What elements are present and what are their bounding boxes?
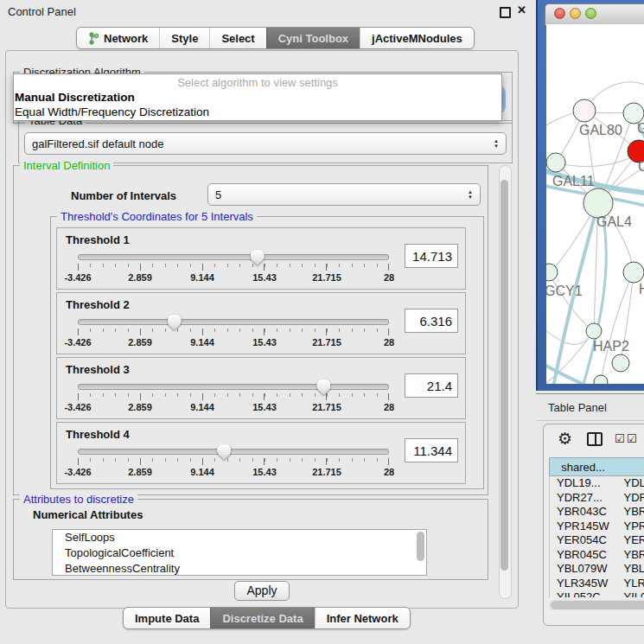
threshold-2-slider[interactable]: -3.426 2.859 9.144 15.43 21.715 28 bbox=[78, 316, 389, 348]
zoom-traffic-light[interactable] bbox=[585, 8, 596, 19]
slider-thumb[interactable] bbox=[217, 444, 231, 460]
apply-button[interactable]: Apply bbox=[234, 581, 290, 601]
interval-definition-group-title: Interval Definition bbox=[20, 159, 113, 172]
table-row[interactable]: YLR345WYLR3... bbox=[550, 577, 644, 591]
minimize-traffic-light[interactable] bbox=[570, 8, 581, 19]
columns-icon[interactable] bbox=[587, 432, 603, 446]
table-horizontal-scrollbar-thumb[interactable] bbox=[551, 601, 644, 609]
numerical-attributes-label: Numerical Attributes bbox=[33, 508, 143, 521]
node-gal11[interactable] bbox=[546, 153, 565, 172]
list-item-selfloops[interactable]: SelfLoops bbox=[53, 530, 426, 545]
threshold-1-value-field[interactable]: 14.713 bbox=[405, 244, 458, 268]
column-header-name[interactable]: n... bbox=[616, 457, 644, 476]
table-row[interactable]: YDR27...YDR2... bbox=[550, 491, 644, 506]
table-rows: YDL19...YDL1... YDR27...YDR2... YBR043CY… bbox=[549, 476, 644, 597]
network-window-titlebar bbox=[545, 3, 644, 26]
table-row[interactable]: YDL19...YDL1... bbox=[550, 476, 644, 491]
close-traffic-light[interactable] bbox=[554, 8, 565, 19]
label-gal4: GAL4 bbox=[596, 214, 632, 229]
label-gal11: GAL11 bbox=[552, 174, 595, 188]
close-icon[interactable]: ✕ bbox=[517, 3, 526, 16]
slider-ticks bbox=[78, 264, 389, 271]
threshold-2-value-field[interactable]: 6.316 bbox=[405, 309, 458, 333]
number-of-intervals-combobox[interactable]: 5 ▲▼ bbox=[207, 183, 481, 206]
thresholds-group: Threshold's Coordinates for 5 Intervals … bbox=[50, 216, 484, 489]
node-hap2[interactable] bbox=[586, 323, 602, 339]
control-panel-tabs: Network Style Select Cyni Toolbox jActiv… bbox=[76, 27, 475, 49]
threshold-1-slider[interactable]: -3.426 2.859 9.144 15.43 21.715 28 bbox=[78, 251, 389, 284]
table-row[interactable]: YBR043CYBR0... bbox=[550, 505, 644, 520]
list-item-betweennesscentrality[interactable]: BetweennessCentrality bbox=[53, 561, 426, 576]
attributes-group: Attributes to discretize Numerical Attri… bbox=[13, 499, 488, 580]
panel-scrollbar-thumb[interactable] bbox=[501, 180, 508, 571]
tab-cyni-toolbox[interactable]: Cyni Toolbox bbox=[266, 28, 360, 48]
threshold-3-label: Threshold 3 bbox=[66, 363, 130, 376]
table-data-combobox[interactable]: galFiltered.sif default node ▲▼ bbox=[24, 132, 507, 155]
float-window-icon[interactable] bbox=[500, 7, 511, 18]
slider-scale: -3.426 2.859 9.144 15.43 21.715 28 bbox=[78, 337, 389, 348]
threshold-4-slider[interactable]: -3.426 2.859 9.144 15.43 21.715 28 bbox=[78, 445, 389, 478]
table-row[interactable]: YIL052CYIL0... bbox=[550, 590, 644, 597]
node-table: shared... n... YDL19...YDL1... YDR27...Y… bbox=[549, 457, 644, 597]
screen: Control Panel ✕ Network Style Select Cyn… bbox=[0, 0, 644, 644]
slider-track bbox=[78, 384, 389, 390]
network-view-window[interactable]: GAL80 G C GAL11 GAL4 GCY1 H HAP2 bbox=[536, 0, 644, 391]
cyni-toolbox-panel: Discretization Algorithm ▲▼ Select algor… bbox=[5, 50, 519, 609]
threshold-4-label: Threshold 4 bbox=[66, 428, 130, 441]
threshold-3-slider[interactable]: -3.426 2.859 9.144 15.43 21.715 28 bbox=[78, 380, 389, 413]
tab-style[interactable]: Style bbox=[159, 28, 209, 48]
tab-discretize-data[interactable]: Discretize Data bbox=[210, 608, 314, 628]
slider-scale: -3.426 2.859 9.144 15.43 21.715 28 bbox=[78, 272, 389, 283]
number-of-intervals-label: Number of Intervals bbox=[71, 189, 176, 202]
number-of-intervals-value: 5 bbox=[215, 188, 221, 201]
attributes-group-title: Attributes to discretize bbox=[20, 493, 137, 506]
slider-thumb[interactable] bbox=[168, 315, 182, 330]
tab-select[interactable]: Select bbox=[209, 28, 265, 48]
tab-network[interactable]: Network bbox=[77, 28, 159, 48]
node-gal4[interactable] bbox=[583, 188, 613, 218]
label-c-partial: C bbox=[638, 159, 644, 174]
table-horizontal-scrollbar[interactable] bbox=[549, 600, 644, 610]
table-row[interactable]: YBL079WYBL0... bbox=[550, 562, 644, 577]
list-scrollbar[interactable] bbox=[417, 532, 424, 561]
node-gal80[interactable] bbox=[573, 99, 596, 122]
table-row[interactable]: YER054CYER0... bbox=[550, 533, 644, 548]
node-bottom-edge[interactable] bbox=[594, 375, 608, 384]
label-gal80: GAL80 bbox=[579, 123, 622, 137]
list-item-topologicalcoefficient[interactable]: TopologicalCoefficient bbox=[53, 545, 426, 561]
algorithm-dropdown-popup: Select algorithm to view settings Manual… bbox=[13, 73, 502, 121]
tab-jactivemnodules[interactable]: jActiveMNodules bbox=[360, 28, 474, 48]
cyni-bottom-tabs: Impute Data Discretize Data Infer Networ… bbox=[123, 607, 411, 629]
threshold-4-panel: Threshold 4 -3.426 2.859 9.144 15.43 21.… bbox=[56, 422, 466, 484]
panel-scrollbar[interactable] bbox=[499, 165, 512, 599]
checkbox-icon[interactable]: ☑ bbox=[615, 432, 625, 445]
table-data-group: Table Data galFiltered.sif default node … bbox=[18, 120, 513, 163]
table-panel-title: Table Panel bbox=[548, 401, 607, 414]
gear-icon[interactable]: ⚙ bbox=[558, 429, 572, 449]
node-bottom[interactable] bbox=[612, 354, 629, 372]
threshold-3-value-field[interactable]: 21.4 bbox=[405, 373, 458, 398]
threshold-2-panel: Threshold 2 -3.426 2.859 9.144 15.43 21.… bbox=[56, 292, 466, 354]
node-h[interactable] bbox=[623, 262, 644, 283]
label-hap2: HAP2 bbox=[593, 339, 629, 354]
table-row[interactable]: YPR145WYPR1... bbox=[550, 520, 644, 534]
tab-impute-data[interactable]: Impute Data bbox=[124, 608, 210, 628]
threshold-1-label: Threshold 1 bbox=[66, 233, 130, 246]
algorithm-placeholder-option[interactable]: Select algorithm to view settings bbox=[14, 74, 501, 90]
slider-thumb[interactable] bbox=[316, 379, 330, 395]
option-equal-width-frequency[interactable]: Equal Width/Frequency Discretization bbox=[14, 105, 501, 119]
column-header-shared-name[interactable]: shared... bbox=[549, 457, 616, 476]
slider-thumb[interactable] bbox=[251, 250, 265, 265]
threshold-4-value-field[interactable]: 11.344 bbox=[405, 438, 458, 462]
network-canvas[interactable]: GAL80 G C GAL11 GAL4 GCY1 H HAP2 bbox=[546, 24, 644, 384]
interval-definition-group: Interval Definition Number of Intervals … bbox=[13, 165, 488, 495]
tab-infer-network[interactable]: Infer Network bbox=[315, 608, 410, 628]
table-toolbar: ⚙ ☑ ☑ bbox=[544, 424, 644, 456]
option-manual-discretization[interactable]: Manual Discretization bbox=[14, 90, 501, 105]
slider-track bbox=[78, 449, 389, 455]
table-row[interactable]: YBR045CYBR0... bbox=[550, 548, 644, 563]
network-icon bbox=[88, 32, 99, 45]
slider-ticks bbox=[78, 328, 389, 335]
combo-arrows-icon: ▲▼ bbox=[468, 190, 473, 200]
checkbox-icon[interactable]: ☑ bbox=[627, 432, 637, 445]
